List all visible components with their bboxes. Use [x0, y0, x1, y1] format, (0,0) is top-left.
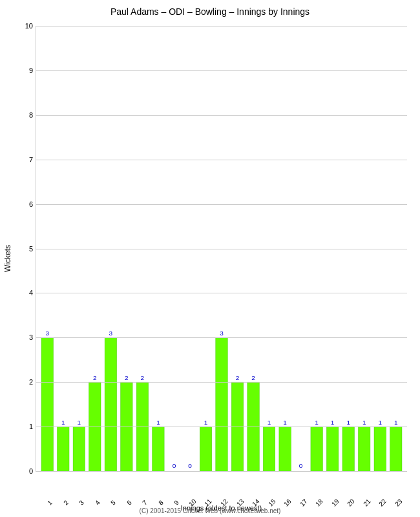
bar-label-16: 1 [283, 419, 287, 426]
y-label-8: 8 [17, 111, 33, 119]
bar-15 [263, 427, 275, 471]
bar-label-20: 1 [346, 419, 350, 426]
grid-line-4 [36, 293, 407, 293]
bar-label-6: 2 [125, 374, 129, 381]
bar-label-3: 1 [78, 419, 81, 426]
grid-line-5 [36, 249, 407, 249]
bar-12 [216, 337, 227, 471]
bar-20 [342, 427, 354, 471]
footer: (C) 2001-2015 Cricket Web (www.cricketwe… [0, 507, 420, 514]
grid-line-2 [36, 382, 407, 383]
y-label-4: 4 [17, 289, 33, 297]
y-label-9: 9 [17, 67, 33, 74]
y-label-6: 6 [17, 200, 33, 208]
grid-line-0 [36, 471, 407, 472]
grid-line-1 [36, 427, 407, 427]
bar-label-21: 1 [362, 419, 366, 426]
y-label-3: 3 [17, 333, 33, 341]
bar-11 [200, 427, 211, 471]
bar-label-19: 1 [331, 419, 335, 426]
bar-label-17: 0 [299, 462, 303, 469]
bar-8 [152, 427, 164, 471]
bar-2 [58, 427, 69, 471]
bar-label-2: 1 [61, 419, 65, 426]
y-label-1: 1 [17, 423, 33, 430]
bar-label-13: 2 [236, 374, 240, 381]
bar-3 [73, 427, 85, 471]
bar-label-8: 1 [156, 419, 160, 426]
bar-label-11: 1 [204, 419, 208, 426]
grid-line-3 [36, 337, 407, 338]
chart-container: Paul Adams – ODI – Bowling – Innings by … [0, 0, 420, 517]
bar-19 [326, 427, 338, 471]
bar-label-23: 1 [394, 419, 398, 426]
bar-label-14: 2 [251, 374, 255, 381]
grid-line-9 [36, 70, 407, 71]
y-label-0: 0 [17, 467, 33, 475]
bar-label-15: 1 [268, 419, 271, 426]
bar-label-1: 3 [45, 330, 49, 337]
bar-label-22: 1 [378, 419, 382, 426]
bar-23 [390, 427, 402, 471]
bar-label-10: 0 [188, 462, 192, 469]
y-label-7: 7 [17, 156, 33, 164]
chart-title: Paul Adams – ODI – Bowling – Innings by … [0, 0, 420, 20]
bar-label-12: 3 [220, 330, 224, 337]
bar-label-18: 1 [315, 419, 319, 426]
bar-label-7: 2 [141, 374, 145, 381]
bar-22 [374, 427, 386, 471]
bar-21 [359, 427, 370, 471]
bar-16 [279, 427, 291, 471]
bar-1 [41, 337, 53, 471]
y-label-10: 10 [17, 22, 33, 30]
bar-18 [311, 427, 322, 471]
bar-5 [105, 337, 116, 471]
grid-line-8 [36, 115, 407, 116]
y-label-5: 5 [17, 245, 33, 253]
grid-line-7 [36, 160, 407, 160]
bar-label-4: 2 [93, 374, 97, 381]
bar-label-5: 3 [109, 330, 113, 337]
chart-area: 31123221001322110111111 1234567891011121… [36, 26, 407, 472]
y-label-2: 2 [17, 378, 33, 386]
grid-line-10 [36, 26, 407, 26]
y-axis-title: Wickets [3, 245, 12, 272]
grid-line-6 [36, 204, 407, 205]
bar-label-9: 0 [173, 462, 176, 469]
